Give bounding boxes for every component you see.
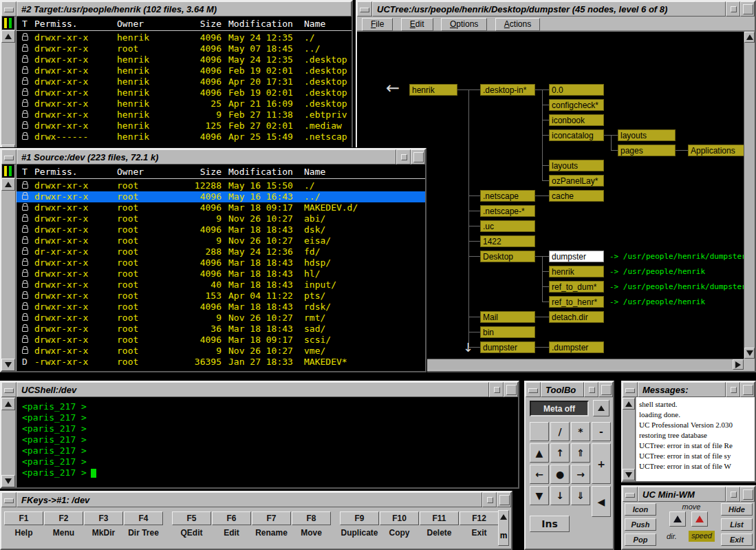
file-row[interactable]: drwxr-xr-xroot4096Mar 18 09:17scsi/ [17, 335, 425, 346]
miniwm-icon-button[interactable]: Icon [625, 503, 656, 516]
maximize-button[interactable] [504, 382, 518, 397]
menu-edit[interactable]: Edit [401, 18, 433, 31]
shell-scrollbar[interactable] [1, 397, 16, 487]
tree-node[interactable]: .netscape [480, 190, 535, 202]
scroll-down-button[interactable] [1, 475, 15, 487]
tree-node[interactable]: .uc [480, 220, 535, 232]
file-row[interactable]: drwxr-xr-xroot40Mar 18 18:43input/ [17, 279, 425, 290]
toolbox-down-key[interactable]: ↓ [550, 486, 570, 505]
fkeys-titlebar[interactable]: FKeys->#1: /dev [1, 492, 511, 507]
menu-options[interactable]: Options [441, 18, 487, 31]
maximize-button[interactable] [740, 487, 755, 502]
toolbox-titlebar[interactable]: ToolBo [526, 382, 613, 397]
tree-node[interactable]: bin [480, 326, 535, 338]
toolbox-right-key[interactable]: → [571, 465, 590, 484]
scroll-up-button[interactable] [744, 32, 755, 43]
window-menu-icon[interactable] [1, 382, 17, 397]
target-titlebar[interactable]: #2 Target:/usr/people/henrik (102 files,… [1, 1, 352, 17]
tree-node[interactable]: configcheck* [549, 99, 604, 111]
file-row[interactable]: drwxr-xr-xroot9Nov 26 10:27eisa/ [17, 235, 425, 246]
scroll-up-button[interactable] [623, 398, 635, 410]
window-menu-icon[interactable] [1, 149, 17, 165]
toolbox-ins-key[interactable]: Ins [530, 516, 570, 532]
fkey-f11-button[interactable]: F11 [420, 511, 459, 525]
file-row[interactable]: dr-xr-xr-xroot288May 24 12:36fd/ [17, 246, 425, 257]
file-row[interactable]: drwxr-xr-xroot9Nov 26 10:27rmt/ [17, 313, 425, 324]
messages-titlebar[interactable]: Messages: [623, 382, 755, 397]
fkey-f2-button[interactable]: F2 [44, 511, 83, 525]
fkey-f10-button[interactable]: F10 [380, 511, 419, 525]
tree-node[interactable]: pages [618, 145, 676, 156]
uctree-titlebar[interactable]: UCTree:/usr/people/henrik/Desktop/dumpst… [357, 1, 755, 17]
tree-node[interactable]: .dumpster [549, 341, 604, 353]
tree-node[interactable]: iconbook [549, 114, 604, 126]
iconify-button[interactable] [726, 382, 740, 397]
file-row[interactable]: drwxr-xr-xroot9Nov 26 10:27vme/ [17, 346, 425, 357]
miniwm-dir-button[interactable] [669, 511, 686, 527]
miniwm-speed-button[interactable] [691, 511, 708, 527]
file-row[interactable]: drwxr-xr-xhenrik125Feb 27 02:01.mediaw [17, 120, 352, 131]
toolbox-big-left-key[interactable]: ◀ [592, 486, 611, 517]
tree-node[interactable]: ozPanelLay* [549, 175, 604, 187]
file-row[interactable]: drwxr-xr-xroot153Apr 04 11:22pts/ [17, 290, 425, 302]
miniwm-list-button[interactable]: List [721, 518, 753, 531]
fkey-f1-button[interactable]: F1 [4, 511, 43, 525]
tree-node[interactable]: Applications [688, 145, 744, 156]
file-row[interactable]: drwxr-xr-xroot4096May 16 16:43../ [17, 191, 425, 202]
maximize-button[interactable] [598, 382, 613, 397]
fkey-f6-button[interactable]: F6 [212, 511, 251, 525]
miniwm-titlebar[interactable]: UC Mini-WM [623, 487, 755, 502]
file-row[interactable]: D-rwxr-xr-xroot36395Jan 27 18:33MAKEDEV* [17, 357, 425, 368]
toolbox-up-key[interactable]: ↑ [550, 443, 570, 463]
file-row[interactable]: drwx------henrik4096Apr 25 15:49.netscap [17, 131, 352, 142]
tree-more-below-icon[interactable]: ↓ [463, 340, 473, 355]
toolbox-slash-key[interactable]: / [550, 422, 570, 441]
tree-node[interactable]: detach.dir [549, 311, 604, 323]
scroll-down-button[interactable] [1, 359, 15, 371]
meta-toggle-button[interactable]: Meta off [530, 401, 589, 416]
scroll-down-button[interactable] [744, 348, 755, 359]
scroll-up-button[interactable] [1, 178, 15, 191]
maximize-button[interactable] [740, 1, 755, 17]
maximize-button[interactable] [740, 382, 755, 397]
tree-back-arrow-icon[interactable]: ← [386, 78, 400, 98]
iconify-button[interactable] [584, 382, 598, 397]
file-row[interactable]: drwxr-xr-xhenrik4096Feb 19 02:01.desktop [17, 87, 352, 98]
maximize-button[interactable] [411, 149, 425, 165]
shell-titlebar[interactable]: UCShell:/dev [1, 382, 518, 397]
miniwm-pop-button[interactable]: Pop [625, 533, 656, 546]
file-row[interactable]: drwxr-xr-xroot4096May 07 18:45../ [17, 43, 352, 54]
toolbox-scroll-bottom-key[interactable]: ▼ [530, 486, 549, 505]
window-menu-icon[interactable] [526, 382, 541, 397]
menu-file[interactable]: File [362, 18, 393, 31]
scroll-up-button[interactable] [1, 30, 15, 43]
file-row[interactable]: drwxr-xr-xhenrik25Apr 21 16:09.desktop [17, 98, 352, 109]
toolbox-select-key[interactable]: ● [550, 465, 570, 484]
tree-node[interactable]: dumpster [480, 341, 535, 353]
tree-node[interactable]: Desktop [480, 251, 535, 262]
window-menu-icon[interactable] [623, 487, 638, 502]
iconify-button[interactable] [726, 487, 740, 502]
iconify-button[interactable] [482, 492, 497, 507]
window-menu-icon[interactable] [623, 382, 638, 397]
iconify-button[interactable] [726, 1, 740, 17]
toolbox-left-key[interactable]: ← [530, 465, 549, 484]
fkey-f5-button[interactable]: F5 [172, 511, 211, 525]
file-row[interactable]: drwxr-xr-xroot36Mar 18 18:43sad/ [17, 324, 425, 335]
file-row[interactable]: drwxr-xr-xroot4096Mar 18 18:43dsk/ [17, 224, 425, 235]
tree-vertical-scrollbar[interactable] [744, 32, 755, 359]
tree-node[interactable]: layouts [618, 129, 676, 141]
messages-scrollbar[interactable] [623, 397, 636, 481]
file-row[interactable]: drwxr-xr-xhenrik9Feb 27 11:38.ebtpriv [17, 109, 352, 120]
miniwm-push-button[interactable]: Push [625, 518, 656, 531]
tree-node[interactable]: 1422 [480, 235, 535, 247]
file-row[interactable]: drwxr-xr-xroot4096Mar 18 18:43rdsk/ [17, 302, 425, 313]
tree-node[interactable]: .netscape-* [480, 205, 535, 217]
file-row[interactable]: drwxr-xr-xroot4096Mar 18 18:43hl/ [17, 268, 425, 279]
tree-node[interactable]: ref_to_dum* [549, 281, 604, 293]
window-menu-icon[interactable] [1, 1, 17, 17]
file-row[interactable]: drwxr-xr-xhenrik4096Feb 19 02:01.desktop [17, 65, 352, 76]
window-menu-icon[interactable] [357, 1, 372, 17]
tree-node[interactable]: 0.0 [549, 84, 604, 96]
source-titlebar[interactable]: #1 Source:/dev (223 files, 72.1 k) [1, 149, 425, 165]
